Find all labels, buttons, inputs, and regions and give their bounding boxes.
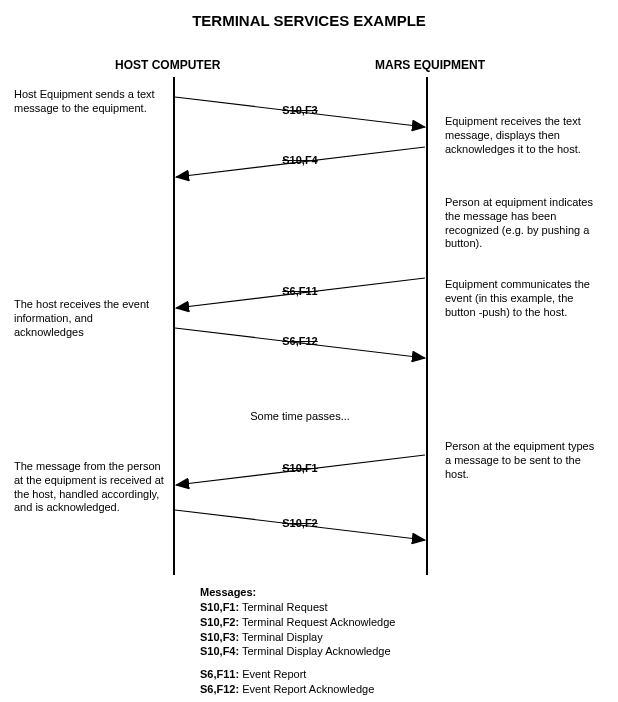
legend: Messages: S10,F1: Terminal Request S10,F… xyxy=(200,585,500,697)
legend-desc: Terminal Display Acknowledge xyxy=(239,645,390,657)
legend-heading: Messages: xyxy=(200,586,256,598)
legend-key: S10,F3: xyxy=(200,631,239,643)
legend-desc: Terminal Request Acknowledge xyxy=(239,616,395,628)
legend-desc: Terminal Request xyxy=(239,601,327,613)
legend-key: S10,F4: xyxy=(200,645,239,657)
legend-desc: Event Report Acknowledge xyxy=(239,683,374,695)
time-passes-label: Some time passes... xyxy=(230,410,370,422)
note-right: Equipment communicates the event (in thi… xyxy=(445,278,595,319)
note-right: Person at the equipment types a message … xyxy=(445,440,595,481)
legend-key: S6,F12: xyxy=(200,683,239,695)
legend-desc: Terminal Display xyxy=(239,631,323,643)
sequence-diagram: { "title": "TERMINAL SERVICES EXAMPLE", … xyxy=(0,0,618,702)
legend-key: S6,F11: xyxy=(200,668,239,680)
note-right: Person at equipment indicates the messag… xyxy=(445,196,595,251)
message-label: S6,F12 xyxy=(270,335,330,347)
note-right: Equipment receives the text message, dis… xyxy=(445,115,595,156)
message-label: S10,F4 xyxy=(270,154,330,166)
message-label: S10,F1 xyxy=(270,462,330,474)
legend-key: S10,F1: xyxy=(200,601,239,613)
message-label: S10,F3 xyxy=(270,104,330,116)
note-left: The host receives the event information,… xyxy=(14,298,164,339)
message-label: S10,F2 xyxy=(270,517,330,529)
note-left: The message from the person at the equip… xyxy=(14,460,164,515)
message-label: S6,F11 xyxy=(270,285,330,297)
legend-key: S10,F2: xyxy=(200,616,239,628)
legend-desc: Event Report xyxy=(239,668,306,680)
note-left: Host Equipment sends a text message to t… xyxy=(14,88,164,116)
